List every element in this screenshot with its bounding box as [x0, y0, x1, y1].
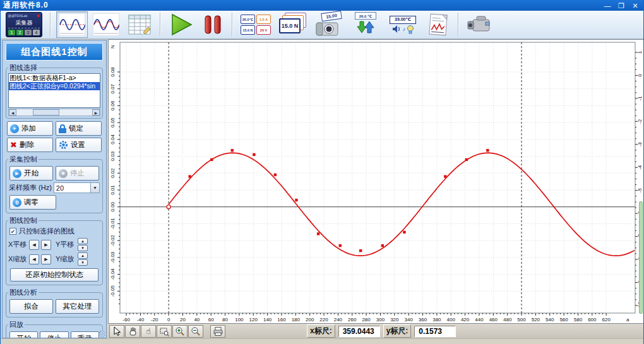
tick-label: 0.05	[110, 117, 116, 128]
tick-label: 360	[419, 317, 427, 323]
x-zoom-in-button[interactable]: ▶	[41, 254, 51, 264]
tick-label: 20	[180, 317, 186, 323]
meter-grid-icon: 26.0℃ 1.5 A 15.0 N 26 V	[241, 15, 271, 35]
tick-label: -5	[637, 188, 643, 193]
x-pan-right-button[interactable]: ▶	[41, 240, 51, 250]
minimize-button[interactable]: —	[603, 1, 612, 10]
pan-tool-button[interactable]	[125, 325, 140, 338]
capture-stop-button[interactable]: ■ 停止	[56, 166, 99, 181]
waveform-view-button-2[interactable]	[90, 11, 122, 38]
panel-resize-grip[interactable]	[99, 331, 105, 337]
select-tool-button[interactable]	[109, 325, 124, 338]
snapshot-button[interactable]: 15.00	[313, 11, 347, 38]
data-point	[210, 158, 213, 161]
other-process-button[interactable]: 其它处理	[56, 299, 99, 314]
data-point	[403, 231, 405, 234]
transfer-icon: 26.0 ℃	[352, 12, 379, 37]
listbox-hscrollbar[interactable]: ◀ ▶	[8, 109, 100, 116]
waveform-icon	[59, 13, 85, 36]
tick-label: 460	[489, 317, 498, 323]
tick-label: 0.03	[110, 151, 116, 161]
line-list-item-1[interactable]: 图线1<:数据表格F1-a>	[9, 74, 100, 82]
lock-icon	[59, 124, 66, 133]
tick-label: 0	[637, 74, 643, 77]
line-listbox[interactable]: 图线1<:数据表格F1-a> 图线2<正弦拟合y=0.0294*sin	[8, 73, 100, 108]
transfer-button[interactable]: 26.0 ℃	[349, 11, 382, 38]
playback-stop-button[interactable]: 停止	[40, 331, 68, 338]
chart-canvas[interactable]: -60-40-200204060801001201401601802002202…	[109, 40, 644, 323]
data-point	[444, 175, 446, 177]
display-stack-button[interactable]: 15.0 N	[276, 11, 310, 38]
collector-label: 采集器	[8, 19, 40, 28]
line-list-item-2[interactable]: 图线2<正弦拟合y=0.0294*sin	[9, 82, 100, 90]
meter-grid-button[interactable]: 26.0℃ 1.5 A 15.0 N 26 V	[238, 11, 273, 38]
add-line-button[interactable]: + 添加	[7, 121, 53, 136]
scrollbar-thumb[interactable]	[33, 109, 59, 116]
chart-right-scrollbar[interactable]	[639, 201, 643, 314]
tick-label: 0.00	[110, 201, 116, 211]
scroll-right-icon[interactable]: ▶	[92, 109, 100, 116]
restore-button[interactable]: 还原初始控制状态	[10, 268, 98, 282]
only-selected-checkbox[interactable]: ✔	[9, 228, 16, 235]
tick-label: 140	[263, 317, 272, 323]
zoom-out-icon	[191, 326, 201, 336]
lock-line-button[interactable]: 锁定	[56, 121, 102, 136]
close-button[interactable]: ✕	[631, 1, 640, 10]
tick-label: 0.06	[110, 100, 116, 110]
settings-button[interactable]: 设置	[56, 138, 102, 152]
freq-combobox[interactable]: 20 ▼	[54, 182, 100, 193]
tick-label: N	[110, 45, 116, 49]
video-button[interactable]	[464, 11, 497, 38]
collector-button[interactable]: 朗威®DISLab 采集器 1 2 3 4	[3, 11, 45, 38]
y-zoom-down-button[interactable]: ▼	[78, 259, 88, 266]
fit-button[interactable]: 拟合	[9, 299, 53, 314]
tick-label: 520	[532, 317, 540, 323]
start-capture-button[interactable]	[166, 11, 196, 38]
y-pan-up-button[interactable]: ▲	[78, 238, 88, 244]
fit-curve	[169, 153, 635, 256]
x-zoom-out-button[interactable]: ◀	[29, 254, 39, 264]
transfer-screen-value: 26.0 ℃	[355, 12, 376, 20]
delete-icon: ✖	[10, 141, 17, 149]
waveform-view-button-1[interactable]	[56, 11, 88, 38]
tick-label: -0.02	[110, 234, 116, 246]
data-point	[274, 174, 277, 176]
zoom-box-tool-button[interactable]	[157, 325, 172, 338]
chart-area: -60-40-200204060801001201401601802002202…	[108, 39, 644, 324]
y-ruler-value[interactable]: 0.1573	[414, 326, 456, 337]
note-icon: ♪	[403, 26, 406, 32]
sound-light-button[interactable]: 39.00℃ ♪	[385, 11, 421, 38]
playback-start-button[interactable]: 开始	[9, 331, 38, 338]
playback-rerecord-button[interactable]: 重录	[71, 331, 99, 338]
x-ruler-value[interactable]: 359.0443	[338, 326, 380, 337]
y-pan-down-button[interactable]: ▼	[78, 245, 88, 251]
y-zoom-up-button[interactable]: ▲	[78, 252, 88, 259]
pause-capture-button[interactable]	[199, 11, 227, 38]
tick-label: 0.07	[110, 83, 116, 93]
tick-label: 260	[348, 317, 357, 323]
scroll-left-icon[interactable]: ◀	[9, 109, 16, 116]
tick-label: -0.04	[110, 268, 116, 280]
printer-icon	[213, 326, 224, 336]
report-button[interactable]	[424, 11, 453, 38]
delete-line-button[interactable]: ✖ 删除	[7, 138, 53, 152]
drag-tool-button[interactable]: ☝	[141, 325, 156, 338]
speaker-icon	[391, 25, 402, 33]
sound-light-icon: 39.00℃ ♪	[387, 16, 419, 34]
y-zoom-spinner: ▲ ▼	[78, 252, 88, 266]
meter-force: 15.0 N	[241, 25, 255, 35]
collector-brand: 朗威®DISLab	[8, 14, 40, 18]
waveform-fit-icon	[93, 13, 119, 36]
pause-icon	[201, 12, 224, 37]
capture-start-button[interactable]: ▶ 开始	[9, 166, 53, 181]
print-button[interactable]	[210, 325, 225, 338]
tick-label: 40	[194, 317, 200, 323]
maximize-button[interactable]: ❐	[617, 1, 626, 10]
data-table-button[interactable]	[124, 11, 155, 38]
zero-button[interactable]: 0 调零	[9, 195, 56, 210]
combo-arrow-icon[interactable]: ▼	[90, 183, 99, 193]
tick-label: 620	[602, 317, 611, 323]
x-pan-left-button[interactable]: ◀	[29, 240, 39, 250]
zoom-in-tool-button[interactable]	[172, 325, 188, 338]
zoom-out-tool-button[interactable]	[188, 325, 203, 338]
